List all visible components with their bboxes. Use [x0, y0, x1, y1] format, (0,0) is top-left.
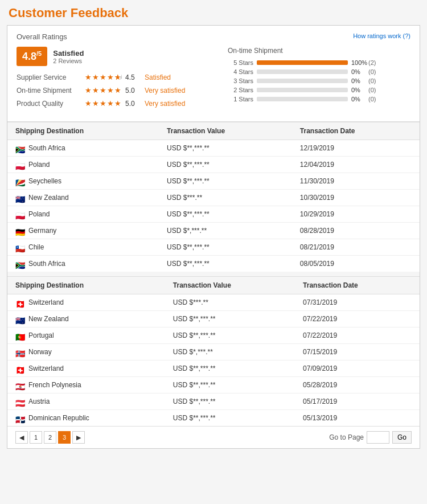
value-cell: USD $**,***.** — [159, 206, 292, 223]
ratings-section: Overall Ratings How ratings work (?) 4.8… — [7, 26, 420, 122]
value-cell: USD $***.** — [165, 294, 295, 311]
country-cell: 🇨🇭Switzerland — [7, 294, 165, 311]
date-cell: 07/22/2019 — [295, 327, 420, 344]
value-cell: USD $**,***.** — [159, 256, 292, 272]
rating-row-quality: Product Quality ★★★★★ 5.0 Very satisfied — [17, 99, 199, 108]
value-cell: USD $*,***.** — [159, 223, 292, 239]
date-cell: 08/21/2019 — [292, 239, 420, 256]
col-date-1: Transaction Date — [292, 122, 420, 140]
table-row: 🇵🇱Poland USD $**,***.** 12/04/2019 — [7, 157, 420, 173]
main-container: Overall Ratings How ratings work (?) 4.8… — [7, 25, 420, 449]
country-cell: 🇩🇴Dominican Republic — [7, 410, 165, 427]
country-cell: 🇸🇨Seychelles — [7, 173, 159, 190]
date-cell: 05/13/2019 — [295, 410, 420, 427]
table-row: 🇳🇿New Zealand USD $***.** 10/30/2019 — [7, 190, 420, 206]
value-cell: USD $**,***.** — [159, 157, 292, 173]
value-cell: USD $**,***.** — [165, 311, 295, 327]
table-row: 🇳🇿New Zealand USD $**,***.** 07/22/2019 — [7, 311, 420, 327]
table-row: 🇸🇨Seychelles USD $**,***.** 11/30/2019 — [7, 173, 420, 190]
col-destination-2: Shipping Destination — [7, 277, 165, 294]
country-cell: 🇵🇫French Polynesia — [7, 377, 165, 394]
value-cell: USD $**,***.** — [165, 394, 295, 410]
page-nav[interactable]: ◀ 1 2 3 ▶ — [15, 431, 85, 444]
country-cell: 🇿🇦South Africa — [7, 256, 159, 272]
country-cell: 🇳🇿New Zealand — [7, 190, 159, 206]
country-cell: 🇵🇱Poland — [7, 157, 159, 173]
go-to-page-input[interactable] — [367, 431, 389, 444]
date-cell: 07/15/2019 — [295, 344, 420, 360]
prev-page-button[interactable]: ◀ — [15, 431, 28, 444]
table-row: 🇨🇭Switzerland USD $**,***.** 07/09/2019 — [7, 360, 420, 377]
value-cell: USD $**,***.** — [165, 377, 295, 394]
page-3-button[interactable]: 3 — [58, 431, 71, 444]
satisfied-label: Satisfied — [53, 49, 84, 58]
country-cell: 🇦🇹Austria — [7, 394, 165, 410]
bar-row-3: 3 Stars 0% (0) — [228, 77, 410, 84]
go-to-page-label: Go to Page — [329, 433, 364, 441]
date-cell: 07/09/2019 — [295, 360, 420, 377]
date-cell: 07/31/2019 — [295, 294, 420, 311]
next-page-button[interactable]: ▶ — [72, 431, 85, 444]
value-cell: USD $**,***.** — [165, 410, 295, 427]
table-row: 🇵🇱Poland USD $**,***.** 10/29/2019 — [7, 206, 420, 223]
date-cell: 08/28/2019 — [292, 223, 420, 239]
table-row: 🇨🇭Switzerland USD $***.** 07/31/2019 — [7, 294, 420, 311]
date-cell: 12/19/2019 — [292, 140, 420, 157]
value-cell: USD $**,***.** — [165, 327, 295, 344]
big-score: 4.8/5 — [17, 47, 47, 66]
go-button[interactable]: Go — [392, 431, 412, 444]
table-row: 🇨🇱Chile USD $**,***.** 08/21/2019 — [7, 239, 420, 256]
bar-row-4: 4 Stars 0% (0) — [228, 68, 410, 75]
page-title: Customer Feedback — [0, 0, 427, 25]
date-cell: 10/30/2019 — [292, 190, 420, 206]
page-1-button[interactable]: 1 — [30, 431, 42, 444]
ratings-section-title: Overall Ratings — [17, 32, 67, 41]
date-cell: 07/22/2019 — [295, 311, 420, 327]
table-row: 🇦🇹Austria USD $**,***.** 05/17/2019 — [7, 394, 420, 410]
shipment-chart: On-time Shipment 5 Stars 100% (2) 4 Star… — [228, 47, 410, 105]
date-cell: 10/29/2019 — [292, 206, 420, 223]
bar-row-1: 1 Stars 0% (0) — [228, 96, 410, 103]
col-destination-1: Shipping Destination — [7, 122, 159, 140]
value-cell: USD $**,***.** — [165, 360, 295, 377]
country-cell: 🇵🇹Portugal — [7, 327, 165, 344]
date-cell: 12/04/2019 — [292, 157, 420, 173]
rating-row-supplier: Supplier Service ★★★★★★★ 4.5 Satisfied — [17, 73, 199, 81]
pagination: ◀ 1 2 3 ▶ Go to Page Go — [7, 426, 420, 448]
country-cell: 🇨🇱Chile — [7, 239, 159, 256]
col-value-1: Transaction Value — [159, 122, 292, 140]
date-cell: 05/28/2019 — [295, 377, 420, 394]
col-date-2: Transaction Date — [295, 277, 420, 294]
country-cell: 🇳🇿New Zealand — [7, 311, 165, 327]
value-cell: USD $*,***.** — [165, 344, 295, 360]
table-row: 🇿🇦South Africa USD $**,***.** 08/05/2019 — [7, 256, 420, 272]
country-cell: 🇿🇦South Africa — [7, 140, 159, 157]
col-value-2: Transaction Value — [165, 277, 295, 294]
page-2-button[interactable]: 2 — [44, 431, 56, 444]
transactions-table-2: Shipping Destination Transaction Value T… — [7, 276, 420, 426]
table-row: 🇵🇹Portugal USD $**,***.** 07/22/2019 — [7, 327, 420, 344]
bar-row-2: 2 Stars 0% (0) — [228, 87, 410, 93]
how-ratings-work-link[interactable]: How ratings work (?) — [353, 32, 410, 39]
date-cell: 08/05/2019 — [292, 256, 420, 272]
go-to-page: Go to Page Go — [329, 431, 412, 444]
value-cell: USD $**,***.** — [159, 140, 292, 157]
country-cell: 🇵🇱Poland — [7, 206, 159, 223]
date-cell: 11/30/2019 — [292, 173, 420, 190]
date-cell: 05/17/2019 — [295, 394, 420, 410]
country-cell: 🇩🇪Germany — [7, 223, 159, 239]
value-cell: USD $**,***.** — [159, 239, 292, 256]
country-cell: 🇳🇴Norway — [7, 344, 165, 360]
table-row: 🇿🇦South Africa USD $**,***.** 12/19/2019 — [7, 140, 420, 157]
bar-row-5: 5 Stars 100% (2) — [228, 59, 410, 66]
table-row: 🇵🇫French Polynesia USD $**,***.** 05/28/… — [7, 377, 420, 394]
value-cell: USD $***.** — [159, 190, 292, 206]
transactions-table-1: Shipping Destination Transaction Value T… — [7, 122, 420, 272]
country-cell: 🇨🇭Switzerland — [7, 360, 165, 377]
table-row: 🇩🇴Dominican Republic USD $**,***.** 05/1… — [7, 410, 420, 427]
rating-row-shipment: On-time Shipment ★★★★★ 5.0 Very satisfie… — [17, 86, 199, 95]
table-row: 🇩🇪Germany USD $*,***.** 08/28/2019 — [7, 223, 420, 239]
reviews-count: 2 Reviews — [53, 58, 84, 64]
table-row: 🇳🇴Norway USD $*,***.** 07/15/2019 — [7, 344, 420, 360]
value-cell: USD $**,***.** — [159, 173, 292, 190]
